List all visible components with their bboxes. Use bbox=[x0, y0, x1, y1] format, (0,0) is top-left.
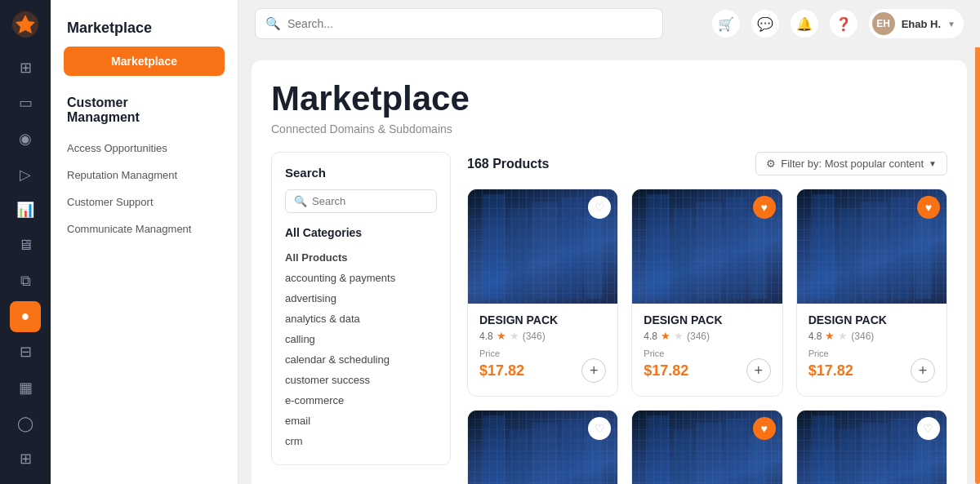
sidebar: Marketplace Marketplace CustomerManagmen… bbox=[51, 0, 238, 484]
product-card: ♥ DESIGN PACK 4.8 ★ ★ (346) Price bbox=[631, 410, 782, 484]
svg-rect-18 bbox=[532, 423, 558, 484]
product-name: DESIGN PACK bbox=[644, 313, 770, 326]
sidebar-item-access[interactable]: Access Opportunities bbox=[51, 135, 238, 162]
price-label: Price bbox=[479, 349, 606, 358]
category-accounting[interactable]: accounting & payments bbox=[285, 268, 437, 288]
products-grid: ♡ DESIGN PACK 4.8 ★ ★ (346) Price bbox=[467, 189, 947, 484]
svg-rect-3 bbox=[532, 202, 558, 299]
layers-icon[interactable]: ⧉ bbox=[10, 265, 41, 296]
category-ecommerce[interactable]: e-commerce bbox=[285, 390, 437, 411]
svg-rect-25 bbox=[751, 434, 767, 484]
app-logo[interactable] bbox=[11, 10, 40, 39]
svg-rect-9 bbox=[726, 198, 747, 300]
user-name: Ehab H. bbox=[902, 18, 941, 30]
filter-search-input[interactable] bbox=[312, 195, 428, 207]
svg-rect-2 bbox=[509, 209, 528, 299]
add-to-cart-button[interactable]: + bbox=[581, 358, 606, 383]
sidebar-item-support[interactable]: Customer Support bbox=[51, 189, 238, 215]
rating-count: (346) bbox=[523, 331, 546, 342]
svg-rect-19 bbox=[562, 420, 583, 484]
favorite-button[interactable]: ♡ bbox=[917, 417, 940, 440]
svg-rect-24 bbox=[726, 420, 747, 484]
products-area: 168 Products ⚙ Filter by: Most popular c… bbox=[467, 152, 947, 484]
category-advertising[interactable]: advertising bbox=[285, 288, 437, 309]
category-email[interactable]: email bbox=[285, 411, 437, 431]
rating-value: 4.8 bbox=[479, 331, 493, 342]
products-header: 168 Products ⚙ Filter by: Most popular c… bbox=[467, 152, 947, 175]
page-title: Marketplace bbox=[271, 80, 947, 118]
topbar: 🔍 🛒 💬 🔔 ❓ EH Ehab H. ▼ bbox=[238, 0, 980, 47]
product-name: DESIGN PACK bbox=[479, 313, 606, 326]
circle-active-icon[interactable]: ● bbox=[10, 301, 41, 332]
calendar-icon-rail[interactable]: ▦ bbox=[10, 372, 41, 403]
category-customer-success[interactable]: customer success bbox=[285, 370, 437, 390]
category-calling[interactable]: calling bbox=[285, 329, 437, 349]
eye-icon[interactable]: ◉ bbox=[10, 123, 41, 154]
svg-rect-21 bbox=[648, 415, 670, 484]
add-to-cart-button[interactable]: + bbox=[911, 358, 935, 383]
chevron-filter-icon: ▼ bbox=[929, 159, 937, 168]
category-analytics[interactable]: analytics & data bbox=[285, 309, 437, 329]
chevron-down-icon: ▼ bbox=[947, 20, 956, 29]
svg-rect-5 bbox=[586, 213, 603, 299]
dashboard-icon[interactable]: ⊞ bbox=[10, 52, 41, 83]
price-value: $17.82 bbox=[479, 362, 524, 380]
avatar: EH bbox=[872, 12, 895, 35]
favorite-button[interactable]: ♥ bbox=[753, 417, 776, 440]
search-bar[interactable]: 🔍 bbox=[255, 8, 663, 39]
category-all-products[interactable]: All Products bbox=[285, 247, 437, 268]
filter-sort-button[interactable]: ⚙ Filter by: Most popular content ▼ bbox=[755, 152, 947, 175]
products-count: 168 Products bbox=[467, 157, 549, 171]
svg-rect-16 bbox=[483, 415, 505, 484]
product-image: ♡ bbox=[797, 411, 947, 484]
user-menu[interactable]: EH Ehab H. ▼ bbox=[869, 9, 964, 38]
filter-search-box[interactable]: 🔍 bbox=[285, 189, 437, 213]
product-image: ♥ bbox=[632, 189, 782, 304]
price-row: $17.82 + bbox=[644, 358, 770, 383]
product-rating: 4.8 ★ ★ (346) bbox=[808, 330, 935, 342]
desktop-icon[interactable]: 🖥 bbox=[10, 230, 41, 261]
product-image: ♡ bbox=[468, 189, 617, 304]
product-card: ♥ DESIGN PACK 4.8 ★ ★ (346) Price bbox=[796, 189, 947, 397]
icon-rail: ⊞ ▭ ◉ ▷ 📊 🖥 ⧉ ● ⊟ ▦ ◯ ⊞ bbox=[0, 0, 51, 484]
marketplace-button[interactable]: Marketplace bbox=[64, 47, 225, 76]
add-to-cart-button[interactable]: + bbox=[746, 358, 771, 383]
person-icon[interactable]: ◯ bbox=[10, 408, 41, 439]
product-rating: 4.8 ★ ★ (346) bbox=[644, 330, 770, 342]
rating-value: 4.8 bbox=[808, 331, 822, 342]
svg-rect-29 bbox=[890, 420, 911, 484]
chat-icon[interactable]: 💬 bbox=[751, 10, 779, 38]
search-input[interactable] bbox=[287, 17, 653, 30]
sidebar-item-reputation[interactable]: Reputation Managment bbox=[51, 162, 238, 189]
play-icon[interactable]: ▷ bbox=[10, 159, 41, 190]
svg-rect-10 bbox=[751, 213, 767, 299]
help-icon[interactable]: ❓ bbox=[830, 10, 858, 38]
table-icon[interactable]: ⊞ bbox=[10, 443, 41, 474]
monitor-icon[interactable]: ▭ bbox=[10, 88, 41, 119]
category-crm[interactable]: crm bbox=[285, 431, 437, 451]
svg-rect-6 bbox=[648, 194, 670, 299]
product-card: ♡ DESIGN PACK 4.8 ★ ★ (346) Price bbox=[796, 410, 947, 484]
product-image: ♥ bbox=[797, 189, 947, 304]
search-icon: 🔍 bbox=[265, 16, 281, 31]
filter-title: Search bbox=[285, 166, 437, 180]
chart-bar-icon[interactable]: 📊 bbox=[10, 194, 41, 225]
product-card: ♡ DESIGN PACK 4.8 ★ ★ (346) Price bbox=[467, 189, 618, 397]
star-icon: ★ bbox=[661, 330, 670, 342]
price-label: Price bbox=[808, 349, 935, 358]
scroll-indicator bbox=[975, 47, 980, 484]
inbox-icon[interactable]: ⊟ bbox=[10, 337, 41, 368]
category-calendar[interactable]: calendar & scheduling bbox=[285, 349, 437, 370]
svg-rect-17 bbox=[509, 430, 528, 484]
product-info: DESIGN PACK 4.8 ★ ★ (346) Price $17.82 + bbox=[468, 304, 617, 383]
favorite-button[interactable]: ♥ bbox=[753, 196, 776, 219]
svg-rect-14 bbox=[890, 198, 911, 300]
svg-rect-27 bbox=[838, 430, 857, 484]
price-value: $17.82 bbox=[808, 362, 853, 380]
bell-icon[interactable]: 🔔 bbox=[791, 10, 818, 38]
favorite-button[interactable]: ♥ bbox=[917, 196, 940, 219]
svg-rect-20 bbox=[586, 434, 603, 484]
svg-rect-8 bbox=[696, 202, 722, 299]
sidebar-item-communicate[interactable]: Communicate Managment bbox=[51, 215, 238, 242]
cart-icon[interactable]: 🛒 bbox=[712, 10, 740, 38]
